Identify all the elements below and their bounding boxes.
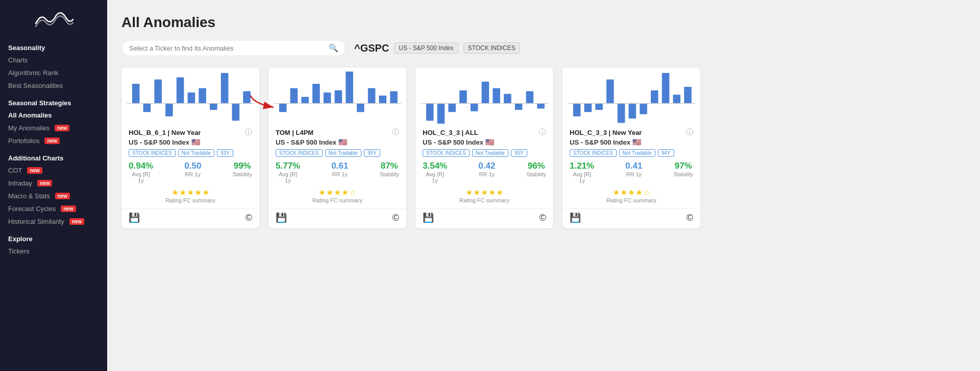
svg-rect-8 bbox=[221, 73, 229, 104]
rating-label-1: Rating FC summary bbox=[165, 197, 215, 203]
sidebar-item-cot[interactable]: COT new bbox=[0, 164, 107, 177]
rating-row-3: ★★★★★ Rating FC summary bbox=[423, 188, 546, 203]
sidebar-item-historical-similarity[interactable]: Historical Similarity new bbox=[0, 215, 107, 228]
svg-rect-21 bbox=[368, 88, 376, 104]
historical-similarity-badge: new bbox=[69, 218, 84, 225]
sidebar-item-my-anomalies[interactable]: My Anomalies new bbox=[0, 122, 107, 134]
sidebar-item-all-anomalies[interactable]: All Anomalies bbox=[0, 109, 107, 122]
flag-1: 🇺🇸 bbox=[191, 138, 200, 146]
svg-rect-46 bbox=[673, 95, 681, 103]
search-box[interactable]: 🔍 bbox=[121, 40, 346, 56]
copy-icon-1[interactable]: © bbox=[246, 213, 252, 223]
card-body-1: HOL_B_6_1 | New Year ⓘ US - S&P 500 Inde… bbox=[121, 124, 259, 205]
save-icon-3[interactable]: 💾 bbox=[423, 212, 434, 223]
svg-rect-19 bbox=[346, 72, 353, 103]
sidebar-item-intraday[interactable]: Intraday new bbox=[0, 177, 107, 190]
svg-rect-31 bbox=[493, 88, 500, 104]
question-icon-3[interactable]: ⓘ bbox=[539, 128, 546, 137]
metric-stability-1: 99% Stability bbox=[232, 161, 252, 183]
svg-rect-26 bbox=[437, 103, 445, 124]
stability-label-4: Stability bbox=[673, 171, 693, 177]
avg-r-val-3: 3.54% bbox=[423, 161, 447, 171]
sidebar-section-additional-charts: Additional Charts COT new Intraday new M… bbox=[0, 147, 107, 228]
rr-label-4: RR 1y bbox=[626, 171, 642, 177]
svg-rect-38 bbox=[584, 103, 592, 112]
flag-3: 🇺🇸 bbox=[485, 138, 494, 146]
stars-1: ★★★★★ bbox=[172, 188, 210, 197]
copy-icon-3[interactable]: © bbox=[540, 213, 546, 223]
question-icon-2[interactable]: ⓘ bbox=[392, 128, 399, 137]
sidebar: Seasonality Charts Algorithmic Rank Best… bbox=[0, 0, 107, 371]
flag-4: 🇺🇸 bbox=[632, 138, 641, 146]
ticker-symbol: ^GSPC bbox=[354, 42, 389, 54]
tag-2-0: STOCK INDICES bbox=[276, 149, 323, 157]
sidebar-item-forecast-cycles[interactable]: Forecast Cycles new bbox=[0, 202, 107, 215]
svg-rect-0 bbox=[132, 84, 140, 103]
card-title-row-3: HOL_C_3_3 | ALL ⓘ bbox=[423, 128, 546, 137]
rr-label-3: RR 1y bbox=[479, 171, 495, 177]
search-input[interactable] bbox=[129, 44, 329, 52]
save-icon-1[interactable]: 💾 bbox=[129, 212, 140, 223]
stability-val-1: 99% bbox=[234, 161, 251, 171]
svg-rect-33 bbox=[515, 103, 523, 110]
svg-rect-20 bbox=[357, 103, 364, 112]
rating-row-1: ★★★★★ Rating FC summary bbox=[129, 188, 252, 203]
question-icon-1[interactable]: ⓘ bbox=[245, 128, 252, 137]
svg-rect-17 bbox=[324, 92, 331, 103]
section-title-seasonal-strategies: Seasonal Strategies bbox=[0, 94, 107, 109]
metrics-row-1: 0.94% Avg [R]1y 0.50 RR 1y 99% Stability bbox=[129, 161, 252, 183]
avg-r-val-2: 5.77% bbox=[276, 161, 300, 171]
card-title-4: HOL_C_3_3 | New Year bbox=[570, 129, 642, 136]
tag-4-1: Not Tradable bbox=[619, 149, 655, 157]
svg-rect-39 bbox=[595, 103, 603, 110]
stars-4: ★★★★☆ bbox=[612, 188, 651, 197]
save-icon-4[interactable]: 💾 bbox=[570, 212, 581, 223]
copy-icon-4[interactable]: © bbox=[687, 213, 693, 223]
anomaly-card-2: TOM | L4PM ⓘ US - S&P 500 Index 🇺🇸 STOCK… bbox=[268, 67, 406, 228]
logo bbox=[0, 0, 107, 37]
sidebar-item-algorithmic-rank[interactable]: Algorithmic Rank bbox=[0, 66, 107, 79]
card-title-row-1: HOL_B_6_1 | New Year ⓘ bbox=[129, 128, 252, 137]
card-subtitle-2: US - S&P 500 Index 🇺🇸 bbox=[276, 138, 399, 146]
sidebar-item-portofolios[interactable]: Portofolios new bbox=[0, 134, 107, 147]
save-icon-2[interactable]: 💾 bbox=[276, 212, 287, 223]
svg-rect-27 bbox=[448, 103, 456, 112]
rr-val-1: 0.50 bbox=[184, 161, 201, 171]
sidebar-item-macro-stats[interactable]: Macro & Stats new bbox=[0, 190, 107, 202]
tag-1-1: Not Tradable bbox=[178, 149, 214, 157]
svg-rect-1 bbox=[143, 103, 151, 112]
metric-rr-4: 0.41 RR 1y bbox=[625, 161, 642, 183]
svg-rect-34 bbox=[526, 91, 534, 104]
svg-rect-13 bbox=[279, 103, 287, 112]
forecast-cycles-badge: new bbox=[61, 205, 76, 212]
stability-val-2: 87% bbox=[381, 161, 398, 171]
metric-rr-2: 0.61 RR 1y bbox=[331, 161, 348, 183]
stability-label-3: Stability bbox=[526, 171, 546, 177]
ticker-name-badge: US - S&P 500 Index bbox=[394, 42, 458, 54]
question-icon-4[interactable]: ⓘ bbox=[686, 128, 693, 137]
card-body-2: TOM | L4PM ⓘ US - S&P 500 Index 🇺🇸 STOCK… bbox=[268, 124, 406, 205]
metrics-row-2: 5.77% Avg [R]1y 0.61 RR 1y 87% Stability bbox=[276, 161, 399, 183]
ticker-area: ^GSPC US - S&P 500 Index STOCK INDICES bbox=[354, 42, 520, 54]
cot-badge: new bbox=[27, 167, 42, 174]
sidebar-item-tickers[interactable]: Tickers bbox=[0, 245, 107, 258]
stability-label-2: Stability bbox=[379, 171, 399, 177]
copy-icon-2[interactable]: © bbox=[393, 213, 399, 223]
tag-4-0: STOCK INDICES bbox=[570, 149, 617, 157]
svg-rect-35 bbox=[537, 103, 545, 108]
card-footer-4: 💾 © bbox=[562, 208, 700, 223]
section-title-additional-charts: Additional Charts bbox=[0, 149, 107, 164]
stability-label-1: Stability bbox=[232, 171, 252, 177]
svg-rect-40 bbox=[606, 80, 614, 104]
card-chart-4 bbox=[562, 67, 700, 124]
tag-3-0: STOCK INDICES bbox=[423, 149, 470, 157]
sidebar-item-best-seasonalities[interactable]: Best Seasonalities bbox=[0, 79, 107, 92]
card-title-1: HOL_B_6_1 | New Year bbox=[129, 129, 201, 136]
metric-stability-3: 96% Stability bbox=[526, 161, 546, 183]
card-chart-1 bbox=[121, 67, 259, 124]
rr-val-4: 0.41 bbox=[625, 161, 642, 171]
card-footer-2: 💾 © bbox=[268, 208, 406, 223]
svg-rect-47 bbox=[684, 87, 692, 103]
sidebar-item-charts[interactable]: Charts bbox=[0, 54, 107, 66]
svg-rect-10 bbox=[243, 91, 251, 104]
